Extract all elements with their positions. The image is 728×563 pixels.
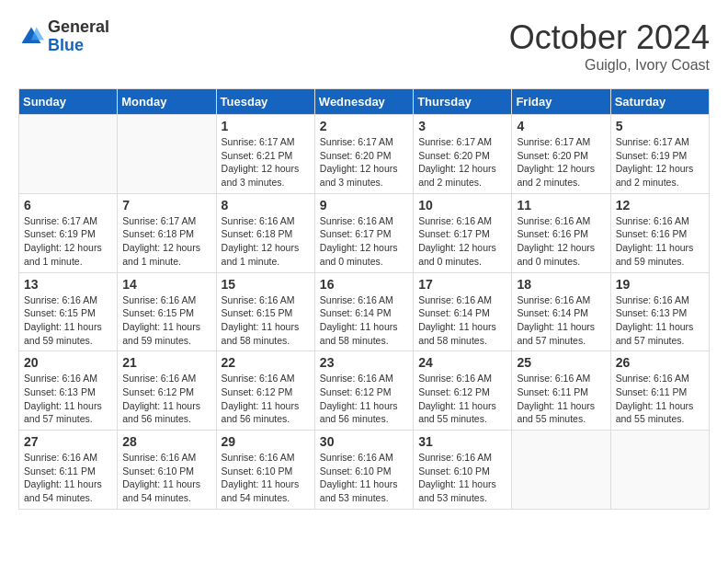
- day-info: Sunrise: 6:17 AM Sunset: 6:19 PM Dayligh…: [24, 214, 112, 269]
- day-info: Sunrise: 6:16 AM Sunset: 6:10 PM Dayligh…: [320, 451, 408, 505]
- column-header-wednesday: Wednesday: [314, 89, 413, 115]
- day-number: 11: [517, 198, 605, 213]
- day-info: Sunrise: 6:16 AM Sunset: 6:14 PM Dayligh…: [418, 293, 506, 348]
- calendar-cell: 8Sunrise: 6:16 AM Sunset: 6:18 PM Daylig…: [216, 193, 314, 272]
- calendar-cell: 21Sunrise: 6:16 AM Sunset: 6:12 PM Dayli…: [118, 351, 216, 431]
- day-info: Sunrise: 6:16 AM Sunset: 6:18 PM Dayligh…: [222, 214, 310, 269]
- calendar-cell: [19, 115, 118, 194]
- day-info: Sunrise: 6:16 AM Sunset: 6:15 PM Dayligh…: [24, 293, 112, 348]
- day-number: 21: [122, 355, 210, 370]
- day-info: Sunrise: 6:16 AM Sunset: 6:10 PM Dayligh…: [418, 451, 506, 505]
- day-number: 4: [517, 119, 605, 133]
- day-info: Sunrise: 6:17 AM Sunset: 6:19 PM Dayligh…: [616, 135, 704, 190]
- day-info: Sunrise: 6:16 AM Sunset: 6:14 PM Dayligh…: [320, 293, 408, 348]
- calendar-cell: 17Sunrise: 6:16 AM Sunset: 6:14 PM Dayli…: [414, 272, 512, 351]
- calendar-cell: 3Sunrise: 6:17 AM Sunset: 6:20 PM Daylig…: [414, 115, 512, 194]
- day-number: 17: [418, 277, 506, 292]
- calendar-week-row: 13Sunrise: 6:16 AM Sunset: 6:15 PM Dayli…: [19, 272, 710, 351]
- calendar-week-row: 1Sunrise: 6:17 AM Sunset: 6:21 PM Daylig…: [19, 115, 710, 194]
- calendar-cell: 27Sunrise: 6:16 AM Sunset: 6:11 PM Dayli…: [19, 431, 118, 510]
- day-info: Sunrise: 6:16 AM Sunset: 6:17 PM Dayligh…: [320, 214, 408, 269]
- calendar-cell: 7Sunrise: 6:17 AM Sunset: 6:18 PM Daylig…: [118, 193, 216, 272]
- calendar-cell: 12Sunrise: 6:16 AM Sunset: 6:16 PM Dayli…: [610, 193, 709, 272]
- day-number: 5: [616, 119, 704, 133]
- day-number: 1: [222, 119, 310, 133]
- day-number: 20: [24, 355, 112, 370]
- day-info: Sunrise: 6:16 AM Sunset: 6:15 PM Dayligh…: [122, 293, 210, 348]
- day-number: 28: [122, 434, 210, 449]
- day-number: 15: [222, 277, 310, 292]
- calendar-week-row: 20Sunrise: 6:16 AM Sunset: 6:13 PM Dayli…: [19, 351, 710, 431]
- calendar-cell: 4Sunrise: 6:17 AM Sunset: 6:20 PM Daylig…: [512, 115, 610, 194]
- calendar-cell: 15Sunrise: 6:16 AM Sunset: 6:15 PM Dayli…: [216, 272, 314, 351]
- calendar-cell: 13Sunrise: 6:16 AM Sunset: 6:15 PM Dayli…: [19, 272, 118, 351]
- logo-blue-text: Blue: [48, 37, 109, 55]
- calendar-cell: 18Sunrise: 6:16 AM Sunset: 6:14 PM Dayli…: [512, 272, 610, 351]
- calendar-cell: [610, 431, 709, 510]
- day-number: 7: [122, 198, 210, 213]
- column-header-sunday: Sunday: [19, 89, 118, 115]
- calendar-week-row: 27Sunrise: 6:16 AM Sunset: 6:11 PM Dayli…: [19, 431, 710, 510]
- logo: General Blue: [18, 18, 109, 55]
- day-info: Sunrise: 6:16 AM Sunset: 6:12 PM Dayligh…: [418, 372, 506, 426]
- calendar-cell: 28Sunrise: 6:16 AM Sunset: 6:10 PM Dayli…: [118, 431, 216, 510]
- location-subtitle: Guiglo, Ivory Coast: [509, 57, 710, 74]
- logo-icon: [18, 24, 44, 50]
- day-info: Sunrise: 6:16 AM Sunset: 6:16 PM Dayligh…: [616, 214, 704, 269]
- day-info: Sunrise: 6:16 AM Sunset: 6:12 PM Dayligh…: [122, 372, 210, 426]
- calendar-cell: 23Sunrise: 6:16 AM Sunset: 6:12 PM Dayli…: [314, 351, 413, 431]
- day-number: 18: [517, 277, 605, 292]
- calendar-cell: 2Sunrise: 6:17 AM Sunset: 6:20 PM Daylig…: [314, 115, 413, 194]
- day-number: 27: [24, 434, 112, 449]
- day-number: 8: [222, 198, 310, 213]
- day-number: 13: [24, 277, 112, 292]
- day-number: 3: [418, 119, 506, 133]
- column-header-monday: Monday: [118, 89, 216, 115]
- calendar-cell: 16Sunrise: 6:16 AM Sunset: 6:14 PM Dayli…: [314, 272, 413, 351]
- day-info: Sunrise: 6:16 AM Sunset: 6:10 PM Dayligh…: [122, 451, 210, 505]
- calendar-cell: 24Sunrise: 6:16 AM Sunset: 6:12 PM Dayli…: [414, 351, 512, 431]
- day-info: Sunrise: 6:16 AM Sunset: 6:12 PM Dayligh…: [320, 372, 408, 426]
- calendar-cell: 31Sunrise: 6:16 AM Sunset: 6:10 PM Dayli…: [414, 431, 512, 510]
- column-header-friday: Friday: [512, 89, 610, 115]
- day-info: Sunrise: 6:17 AM Sunset: 6:18 PM Dayligh…: [122, 214, 210, 269]
- column-header-saturday: Saturday: [610, 89, 709, 115]
- calendar-cell: [512, 431, 610, 510]
- calendar-cell: 26Sunrise: 6:16 AM Sunset: 6:11 PM Dayli…: [610, 351, 709, 431]
- calendar-cell: 20Sunrise: 6:16 AM Sunset: 6:13 PM Dayli…: [19, 351, 118, 431]
- day-info: Sunrise: 6:16 AM Sunset: 6:13 PM Dayligh…: [24, 372, 112, 426]
- day-info: Sunrise: 6:17 AM Sunset: 6:20 PM Dayligh…: [418, 135, 506, 190]
- title-block: October 2024 Guiglo, Ivory Coast: [509, 18, 710, 74]
- logo-general-text: General: [48, 18, 109, 37]
- day-number: 19: [616, 277, 704, 292]
- day-number: 24: [418, 355, 506, 370]
- day-number: 14: [122, 277, 210, 292]
- day-number: 22: [222, 355, 310, 370]
- day-number: 12: [616, 198, 704, 213]
- day-info: Sunrise: 6:16 AM Sunset: 6:11 PM Dayligh…: [616, 372, 704, 426]
- calendar-cell: [118, 115, 216, 194]
- calendar-cell: 10Sunrise: 6:16 AM Sunset: 6:17 PM Dayli…: [414, 193, 512, 272]
- calendar-cell: 1Sunrise: 6:17 AM Sunset: 6:21 PM Daylig…: [216, 115, 314, 194]
- day-info: Sunrise: 6:16 AM Sunset: 6:14 PM Dayligh…: [517, 293, 605, 348]
- day-info: Sunrise: 6:16 AM Sunset: 6:10 PM Dayligh…: [222, 451, 310, 505]
- day-info: Sunrise: 6:16 AM Sunset: 6:16 PM Dayligh…: [517, 214, 605, 269]
- day-number: 26: [616, 355, 704, 370]
- day-info: Sunrise: 6:16 AM Sunset: 6:11 PM Dayligh…: [24, 451, 112, 505]
- day-info: Sunrise: 6:16 AM Sunset: 6:13 PM Dayligh…: [616, 293, 704, 348]
- day-number: 9: [320, 198, 408, 213]
- day-number: 29: [222, 434, 310, 449]
- day-info: Sunrise: 6:16 AM Sunset: 6:15 PM Dayligh…: [222, 293, 310, 348]
- calendar-cell: 29Sunrise: 6:16 AM Sunset: 6:10 PM Dayli…: [216, 431, 314, 510]
- column-header-thursday: Thursday: [414, 89, 512, 115]
- day-info: Sunrise: 6:17 AM Sunset: 6:21 PM Dayligh…: [222, 135, 310, 190]
- calendar-cell: 19Sunrise: 6:16 AM Sunset: 6:13 PM Dayli…: [610, 272, 709, 351]
- day-number: 25: [517, 355, 605, 370]
- calendar-week-row: 6Sunrise: 6:17 AM Sunset: 6:19 PM Daylig…: [19, 193, 710, 272]
- page-header: General Blue October 2024 Guiglo, Ivory …: [18, 18, 710, 74]
- day-info: Sunrise: 6:16 AM Sunset: 6:17 PM Dayligh…: [418, 214, 506, 269]
- day-info: Sunrise: 6:17 AM Sunset: 6:20 PM Dayligh…: [517, 135, 605, 190]
- day-number: 2: [320, 119, 408, 133]
- day-number: 23: [320, 355, 408, 370]
- calendar-header-row: SundayMondayTuesdayWednesdayThursdayFrid…: [19, 89, 710, 115]
